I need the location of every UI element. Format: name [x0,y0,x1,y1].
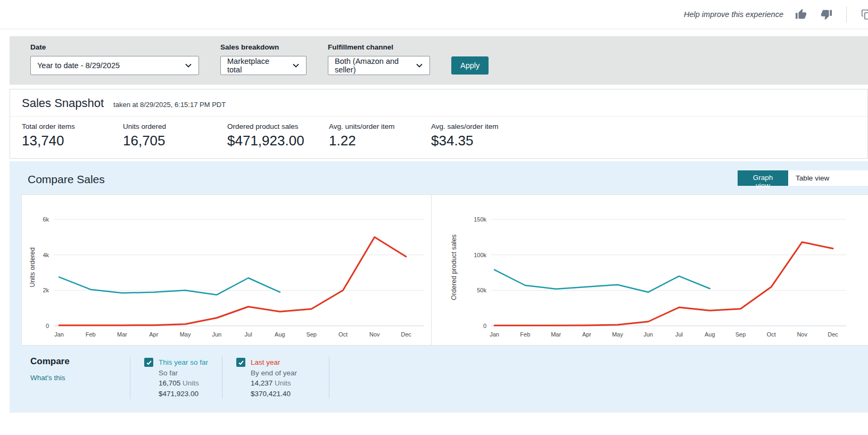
svg-text:100k: 100k [474,252,486,258]
svg-text:Units ordered: Units ordered [29,247,36,287]
fulfillment-channel-value: Both (Amazon and seller) [335,57,409,74]
date-filter-label: Date [30,43,199,51]
feedback-label: Help improve this experience [684,10,783,19]
metric-label: Total order items [22,122,118,130]
svg-text:May: May [180,331,191,338]
compare-legend: Compare What's this This year so far So … [30,356,868,399]
thumbs-down-icon[interactable] [821,9,832,20]
graph-view-button[interactable]: Graph view [738,170,788,186]
table-view-button[interactable]: Table view [788,170,868,186]
this-year-checkbox[interactable] [144,358,153,367]
metric-label: Units ordered [123,122,222,130]
legend-series-name: This year so far [159,357,208,368]
metric-label: Avg. units/order item [329,122,426,130]
metric-total-order-items: Total order items 13,740 [22,122,123,149]
svg-text:Oct: Oct [767,331,776,338]
feedback-bar: Help improve this experience [0,0,868,29]
whats-this-link[interactable]: What's this [30,374,65,382]
sales-breakdown-label: Sales breakdown [220,43,307,51]
svg-text:Dec: Dec [401,331,411,338]
svg-text:Dec: Dec [828,331,838,338]
legend-series-units: 16,705 Units [159,378,208,389]
metric-value: $34.35 [431,133,499,149]
copy-icon[interactable] [861,9,868,20]
legend-series-sublabel: So far [159,368,208,379]
units-ordered-chart: 02k4k6kJanFebMarAprMayJunJulAugSepOctNov… [22,195,432,345]
snapshot-timestamp: taken at 8/29/2025, 6:15:17 PM PDT [113,101,226,109]
svg-text:Jan: Jan [490,331,499,338]
svg-text:Jan: Jan [54,331,64,338]
compare-legend-heading-block: Compare What's this [30,356,130,399]
svg-text:150k: 150k [474,216,486,223]
svg-text:Apr: Apr [582,331,591,338]
metric-value: 16,705 [123,133,222,149]
fulfillment-channel-select[interactable]: Both (Amazon and seller) [328,56,430,75]
metric-value: 13,740 [22,133,118,149]
svg-text:Apr: Apr [149,331,158,338]
metric-value: $471,923.00 [227,133,324,149]
date-select[interactable]: Year to date - 8/29/2025 [30,56,199,75]
chevron-down-icon [185,63,192,68]
last-year-checkbox[interactable] [236,358,245,367]
svg-text:Aug: Aug [705,331,715,338]
thumbs-up-icon[interactable] [795,9,807,20]
metric-ordered-product-sales: Ordered product sales $471,923.00 [227,122,329,149]
compare-charts-card: 02k4k6kJanFebMarAprMayJunJulAugSepOctNov… [21,194,868,346]
svg-text:Feb: Feb [520,331,530,338]
svg-text:0: 0 [46,323,49,329]
metric-value: 1.22 [329,133,426,149]
svg-text:Ordered product sales: Ordered product sales [450,234,458,300]
checkmark-icon [238,359,244,366]
sales-breakdown-filter: Sales breakdown Marketplace total [220,43,307,75]
legend-series-sublabel: By end of year [251,368,297,379]
legend-item-last-year: Last year By end of year 14,237 Units $3… [222,356,329,399]
toolbar-divider [846,6,847,22]
svg-text:Mar: Mar [117,331,127,338]
compare-sales-panel: Compare Sales Graph view Table view 02k4… [10,161,868,413]
svg-text:Sep: Sep [735,331,746,338]
snapshot-metrics: Total order items 13,740 Units ordered 1… [10,117,867,158]
svg-text:Mar: Mar [551,331,561,338]
filter-bar: Date Year to date - 8/29/2025 Sales brea… [10,36,868,85]
metric-units-ordered: Units ordered 16,705 [123,122,227,149]
svg-text:4k: 4k [43,252,49,258]
fulfillment-channel-label: Fulfillment channel [328,43,430,51]
chevron-down-icon [416,63,423,68]
compare-legend-heading: Compare [30,356,130,367]
sales-snapshot-card: Sales Snapshot taken at 8/29/2025, 6:15:… [10,89,868,159]
sales-snapshot-title: Sales Snapshot [22,96,104,110]
view-toggle: Graph view Table view [738,170,868,186]
sales-breakdown-select[interactable]: Marketplace total [220,56,307,75]
svg-text:Sep: Sep [306,331,317,338]
date-select-value: Year to date - 8/29/2025 [37,61,120,70]
svg-text:2k: 2k [43,287,49,293]
apply-button[interactable]: Apply [451,56,489,75]
legend-item-this-year: This year so far So far 16,705 Units $47… [130,356,222,399]
svg-text:Oct: Oct [338,331,348,338]
legend-series-units: 14,237 Units [251,378,297,389]
metric-avg-sales-order-item: Avg. sales/order item $34.35 [431,122,504,149]
svg-text:Feb: Feb [86,331,96,338]
metric-label: Ordered product sales [227,122,324,130]
checkmark-icon [146,359,152,366]
metric-label: Avg. sales/order item [431,122,499,130]
legend-series-name: Last year [251,357,297,368]
sales-snapshot-header: Sales Snapshot taken at 8/29/2025, 6:15:… [10,89,867,117]
sales-breakdown-value: Marketplace total [227,57,286,74]
legend-series-sales: $471,923.00 [159,389,208,399]
svg-text:Nov: Nov [797,331,807,338]
fulfillment-channel-filter: Fulfillment channel Both (Amazon and sel… [328,43,430,75]
svg-text:May: May [612,331,623,338]
svg-text:Jul: Jul [245,331,252,338]
legend-series-sales: $370,421.40 [251,389,297,399]
svg-text:Jul: Jul [675,331,683,338]
svg-text:Aug: Aug [275,331,285,338]
svg-text:Jun: Jun [643,331,653,338]
svg-text:6k: 6k [43,216,49,223]
svg-text:Jun: Jun [212,331,221,338]
metric-avg-units-order-item: Avg. units/order item 1.22 [329,122,431,149]
date-filter: Date Year to date - 8/29/2025 [30,43,199,75]
ordered-product-sales-chart: 050k100k150kJanFebMarAprMayJunJulAugSepO… [432,195,868,345]
svg-text:0: 0 [483,323,486,329]
chevron-down-icon [292,63,300,68]
